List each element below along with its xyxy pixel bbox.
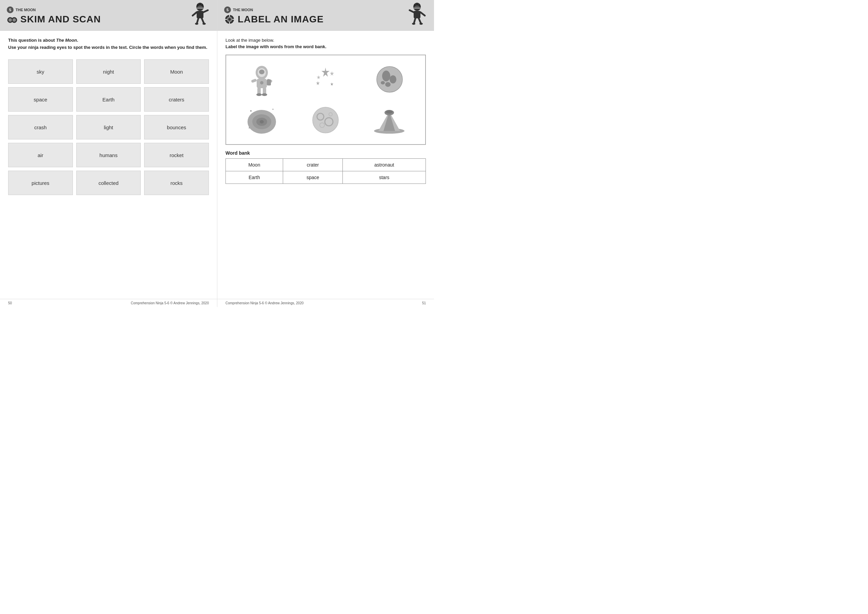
svg-point-20 <box>228 18 231 21</box>
word-bank-cell: Earth <box>226 171 283 184</box>
label-icon <box>224 14 235 25</box>
right-intro-1: Look at the image below. <box>225 38 426 43</box>
left-section-title: SKIM AND SCAN <box>20 14 101 25</box>
svg-rect-48 <box>267 79 271 85</box>
left-intro-1: This question is about The Moon. <box>8 38 209 43</box>
left-intro-2: Use your ninja reading eyes to spot the … <box>8 45 209 50</box>
svg-point-12 <box>195 23 198 25</box>
word-bank-cell: space <box>283 171 343 184</box>
svg-rect-42 <box>251 79 257 83</box>
word-cell: rocks <box>144 171 209 195</box>
skim-scan-icon <box>7 14 18 25</box>
svg-point-3 <box>8 18 12 22</box>
word-cell: pictures <box>8 171 73 195</box>
image-cell-crater <box>360 101 420 139</box>
right-page-number: 51 <box>422 301 426 305</box>
word-cell: light <box>76 115 141 140</box>
word-bank-table: MooncraterastronautEarthspacestars <box>225 159 426 184</box>
svg-rect-34 <box>413 8 421 9</box>
svg-line-29 <box>420 12 425 16</box>
word-bank-title: Word bank <box>225 150 426 156</box>
svg-line-28 <box>409 10 414 12</box>
svg-marker-54 <box>330 82 334 86</box>
word-bank-cell: stars <box>343 171 426 184</box>
svg-point-49 <box>260 81 264 84</box>
image-cell-moon <box>295 101 356 139</box>
svg-marker-51 <box>317 75 321 79</box>
svg-line-8 <box>192 12 197 16</box>
svg-point-33 <box>419 23 423 25</box>
image-cell-galaxy <box>232 101 292 139</box>
svg-point-65 <box>250 110 251 112</box>
image-cell-astronaut <box>232 61 292 98</box>
right-chapter-label: THE MOON <box>233 8 253 12</box>
svg-line-10 <box>197 18 198 23</box>
svg-point-40 <box>259 70 265 74</box>
svg-marker-53 <box>316 81 320 85</box>
svg-point-47 <box>262 93 267 96</box>
svg-marker-52 <box>330 71 334 76</box>
word-grid: skynightMoonspaceEarthcraterscrashlightb… <box>8 59 209 195</box>
svg-line-31 <box>419 18 421 23</box>
svg-point-59 <box>381 81 385 84</box>
word-cell: humans <box>76 143 141 167</box>
word-cell: craters <box>144 87 209 112</box>
svg-point-64 <box>260 120 264 123</box>
word-bank-cell: crater <box>283 159 343 171</box>
svg-rect-14 <box>196 8 204 9</box>
word-cell: collected <box>76 171 141 195</box>
svg-line-30 <box>414 18 415 23</box>
svg-rect-7 <box>197 11 203 18</box>
left-content: This question is about The Moon. Use you… <box>0 31 217 299</box>
word-bank-cell: astronaut <box>343 159 426 171</box>
word-cell: space <box>8 87 73 112</box>
left-footer-copyright: Comprehension Ninja 5-6 © Andrew Jenning… <box>131 301 209 305</box>
label-image-box <box>225 54 426 145</box>
left-ninja-figure <box>190 3 210 28</box>
image-cell-earth <box>360 61 420 98</box>
svg-rect-27 <box>414 11 420 18</box>
left-chapter-badge: 5 <box>7 6 14 13</box>
right-intro-2: Label the image with words from the word… <box>225 44 426 49</box>
word-bank-cell: Moon <box>226 159 283 171</box>
right-footer-copyright: Comprehension Ninja 5-6 © Andrew Jenning… <box>225 301 304 305</box>
svg-line-9 <box>203 10 208 12</box>
svg-point-67 <box>248 127 250 128</box>
word-cell: sky <box>8 59 73 84</box>
right-chapter-badge: 5 <box>224 6 231 13</box>
word-cell: rocket <box>144 143 209 167</box>
svg-point-58 <box>385 82 391 87</box>
word-cell: crash <box>8 115 73 140</box>
svg-point-13 <box>202 23 206 25</box>
svg-marker-50 <box>321 67 330 77</box>
left-chapter-label: THE MOON <box>16 8 36 12</box>
right-header: 5 THE MOON LABEL AN IMAGE <box>217 0 434 31</box>
svg-point-56 <box>382 71 390 81</box>
svg-point-32 <box>412 23 415 25</box>
left-page-number: 50 <box>8 301 12 305</box>
svg-point-66 <box>272 109 273 110</box>
word-cell: Earth <box>76 87 141 112</box>
right-ninja-figure <box>407 3 427 28</box>
word-cell: air <box>8 143 73 167</box>
left-header: 5 THE MOON SKIM AND SCAN <box>0 0 217 31</box>
word-cell: night <box>76 59 141 84</box>
svg-point-46 <box>256 93 262 96</box>
page-footer: 50 Comprehension Ninja 5-6 © Andrew Jenn… <box>0 299 434 307</box>
word-cell: bounces <box>144 115 209 140</box>
svg-line-11 <box>202 18 204 23</box>
image-cell-stars <box>295 61 356 98</box>
word-cell: Moon <box>144 59 209 84</box>
right-section-title: LABEL AN IMAGE <box>238 14 324 25</box>
svg-point-57 <box>390 75 396 84</box>
svg-point-78 <box>386 110 393 113</box>
right-content: Look at the image below. Label the image… <box>217 31 434 299</box>
svg-point-4 <box>12 18 16 22</box>
